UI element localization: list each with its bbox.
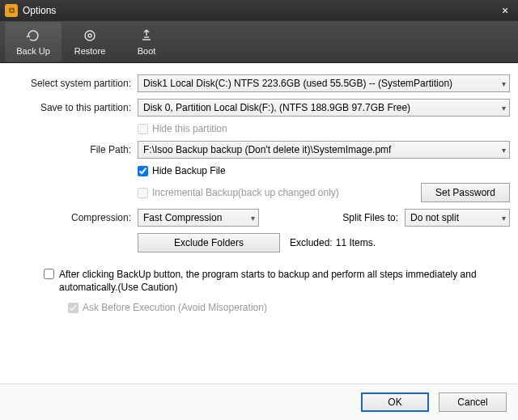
hide-partition-checkbox: Hide this partition xyxy=(138,123,227,134)
ok-button[interactable]: OK xyxy=(361,392,429,412)
tab-backup-label: Back Up xyxy=(16,46,50,56)
chevron-down-icon: ▾ xyxy=(502,214,506,223)
tab-restore-label: Restore xyxy=(74,46,106,56)
label-save-to: Save to this partition: xyxy=(8,102,138,113)
label-split-files: Split Files to: xyxy=(342,212,398,223)
split-value: Do not split xyxy=(410,212,459,223)
label-file-path: File Path: xyxy=(8,144,138,155)
file-path-value: F:\Isoo Backup backup (Don't delete it)\… xyxy=(143,144,391,155)
hide-backup-checkbox[interactable]: Hide Backup File xyxy=(138,165,226,176)
dest-partition-combo[interactable]: Disk 0, Partition Local Disk(F:), (NTFS … xyxy=(138,99,510,117)
system-partition-value: Disk1 Local Disk(C:) NTFS 223.6GB (used … xyxy=(143,78,452,89)
incremental-input xyxy=(138,188,148,198)
incremental-label: Incremental Backup(back up changed only) xyxy=(152,187,339,198)
window-title: Options xyxy=(23,5,497,16)
tab-backup[interactable]: Back Up xyxy=(5,22,62,62)
hide-backup-input[interactable] xyxy=(138,166,148,176)
hide-partition-input xyxy=(138,124,148,134)
ask-before-input xyxy=(68,303,79,313)
set-password-button[interactable]: Set Password xyxy=(421,183,510,202)
file-path-field[interactable]: F:\Isoo Backup backup (Don't delete it)\… xyxy=(138,141,510,159)
compression-value: Fast Compression xyxy=(143,212,222,223)
split-combo[interactable]: Do not split ▾ xyxy=(405,209,510,227)
dest-partition-value: Disk 0, Partition Local Disk(F:), (NTFS … xyxy=(143,102,410,113)
toolbar: Back Up Restore Boot xyxy=(0,21,518,63)
hide-backup-label: Hide Backup File xyxy=(152,165,226,176)
tab-boot-label: Boot xyxy=(138,46,156,56)
hide-partition-label: Hide this partition xyxy=(152,123,227,134)
system-partition-combo[interactable]: Disk1 Local Disk(C:) NTFS 223.6GB (used … xyxy=(138,74,510,92)
backup-icon xyxy=(25,28,41,44)
close-icon[interactable]: × xyxy=(497,4,513,17)
chevron-down-icon: ▾ xyxy=(502,79,506,88)
svg-point-1 xyxy=(88,34,91,37)
excluded-count: 11 Items. xyxy=(336,237,376,248)
label-select-partition: Select system partition: xyxy=(8,78,138,89)
chevron-down-icon: ▾ xyxy=(502,104,506,112)
tab-boot[interactable]: Boot xyxy=(118,22,175,62)
incremental-checkbox: Incremental Backup(back up changed only) xyxy=(138,187,421,198)
app-icon: ⧉ xyxy=(5,4,18,17)
ask-before-checkbox: Ask Before Execution (Avoid Misoperation… xyxy=(68,302,510,313)
excluded-prefix: Excluded: xyxy=(290,237,333,248)
content-area: Select system partition: Disk1 Local Dis… xyxy=(0,63,518,384)
auto-run-input[interactable] xyxy=(44,269,54,279)
exclude-folders-button[interactable]: Exclude Folders xyxy=(138,233,280,252)
boot-icon xyxy=(138,28,155,44)
svg-point-0 xyxy=(85,31,95,40)
footer: OK Cancel xyxy=(0,384,518,420)
titlebar: ⧉ Options × xyxy=(0,0,518,21)
ask-before-label: Ask Before Execution (Avoid Misoperation… xyxy=(83,302,267,313)
chevron-down-icon: ▾ xyxy=(502,146,506,155)
label-compression: Compression: xyxy=(8,212,138,223)
auto-run-label: After clicking BackUp button, the progra… xyxy=(59,269,480,294)
compression-combo[interactable]: Fast Compression ▾ xyxy=(138,209,259,227)
cancel-button[interactable]: Cancel xyxy=(439,392,507,412)
tab-restore[interactable]: Restore xyxy=(62,22,118,62)
restore-icon xyxy=(82,28,98,44)
chevron-down-icon: ▾ xyxy=(251,214,255,223)
